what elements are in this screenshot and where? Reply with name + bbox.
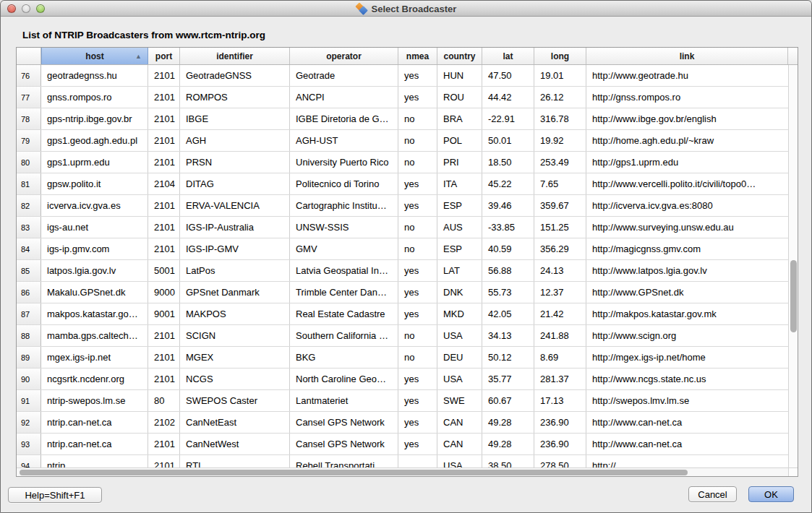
cell-port: 2101 bbox=[148, 152, 180, 173]
cell-host: icverva.icv.gva.es bbox=[41, 195, 148, 216]
table-row[interactable]: 93ntrip.can-net.ca2101CanNetWestCansel G… bbox=[17, 434, 788, 455]
cell-lat: 49.28 bbox=[482, 412, 534, 433]
cell-operator: GMV bbox=[290, 238, 398, 259]
cell-rownum: 83 bbox=[17, 217, 41, 238]
cell-operator: Trimble Center Dan… bbox=[290, 282, 398, 303]
cell-rownum: 89 bbox=[17, 347, 41, 368]
table-row[interactable]: 92ntrip.can-net.ca2102CanNetEastCansel G… bbox=[17, 412, 788, 434]
cancel-button[interactable]: Cancel bbox=[688, 486, 737, 502]
cell-nmea: yes bbox=[398, 434, 437, 454]
table-row[interactable]: 85latpos.lgia.gov.lv5001LatPosLatvia Geo… bbox=[17, 260, 788, 282]
cell-identifier: MGEX bbox=[180, 347, 290, 368]
cell-operator: Southern California … bbox=[290, 325, 398, 346]
table-row[interactable]: 83igs-au.net2101IGS-IP-AustraliaUNSW-SSI… bbox=[17, 217, 788, 238]
cell-port: 80 bbox=[148, 390, 180, 411]
cell-host: mgex.igs-ip.net bbox=[41, 347, 148, 368]
cell-operator: Politecnico di Torino bbox=[290, 173, 398, 194]
cell-lat: 55.73 bbox=[482, 282, 534, 303]
column-header-lat[interactable]: lat bbox=[482, 48, 534, 64]
title-group: Select Broadcaster bbox=[1, 1, 811, 17]
cell-country: PRI bbox=[437, 152, 482, 173]
cell-link: http://magicgnss.gmv.com bbox=[586, 238, 788, 259]
horizontal-scrollbar-thumb[interactable] bbox=[20, 470, 688, 475]
table-row[interactable]: 87makpos.katastar.go…9001MAKPOSReal Esta… bbox=[17, 303, 788, 325]
cell-identifier: SCIGN bbox=[180, 325, 290, 346]
cell-long: 19.92 bbox=[534, 130, 586, 151]
cell-link: http://gnss.rompos.ro bbox=[586, 87, 788, 108]
vertical-scrollbar-thumb[interactable] bbox=[790, 260, 797, 332]
table-row[interactable]: 94ntrip…2101RTI…Rebell Transportati…USA3… bbox=[17, 455, 788, 467]
table-row[interactable]: 88mamba.gps.caltech…2101SCIGNSouthern Ca… bbox=[17, 325, 788, 347]
cell-lat: 35.77 bbox=[482, 368, 534, 389]
column-header-link[interactable]: link bbox=[586, 48, 788, 64]
cell-operator: AGH-UST bbox=[290, 130, 398, 151]
table-row[interactable]: 84igs-ip.gmv.com2101IGS-IP-GMVGMVnoESP40… bbox=[17, 238, 788, 260]
horizontal-scrollbar[interactable] bbox=[17, 467, 788, 476]
cell-host: igs-au.net bbox=[41, 217, 148, 238]
cell-operator: UNSW-SSIS bbox=[290, 217, 398, 238]
cell-operator: Lantmateriet bbox=[290, 390, 398, 411]
cell-port: 2101 bbox=[148, 87, 180, 108]
column-header-identifier[interactable]: identifier bbox=[180, 48, 290, 64]
column-header-host[interactable]: host▲ bbox=[41, 48, 148, 64]
cell-nmea: yes bbox=[398, 260, 437, 281]
table-row[interactable]: 77gnss.rompos.ro2101ROMPOSANCPIyesROU44.… bbox=[17, 87, 788, 108]
cell-rownum: 94 bbox=[17, 455, 41, 467]
column-header-country[interactable]: country bbox=[437, 48, 482, 64]
column-header-port[interactable]: port bbox=[148, 48, 180, 64]
cell-link: http://www.geotrade.hu bbox=[586, 65, 788, 86]
cell-operator: IGBE Diretoria de G… bbox=[290, 108, 398, 129]
cell-nmea: yes bbox=[398, 173, 437, 194]
table-row[interactable]: 82icverva.icv.gva.es2101ERVA-VALENCIACar… bbox=[17, 195, 788, 217]
cell-port: 9000 bbox=[148, 282, 180, 303]
cell-rownum: 78 bbox=[17, 108, 41, 129]
cell-long: 7.65 bbox=[534, 173, 586, 194]
cell-host: gpsw.polito.it bbox=[41, 173, 148, 194]
cell-identifier: DITAG bbox=[180, 173, 290, 194]
cell-long: 281.37 bbox=[534, 368, 586, 389]
cell-port: 2101 bbox=[148, 108, 180, 129]
cell-nmea: no bbox=[398, 108, 437, 129]
cell-long: 278.50 bbox=[534, 455, 586, 467]
title-bar[interactable]: Select Broadcaster bbox=[1, 1, 811, 17]
cell-country: USA bbox=[437, 455, 482, 467]
cell-lat: 60.67 bbox=[482, 390, 534, 411]
cell-port: 2101 bbox=[148, 368, 180, 389]
cell-nmea: yes bbox=[398, 282, 437, 303]
table-row[interactable]: 76geotradegnss.hu2101GeotradeGNSSGeotrad… bbox=[17, 65, 788, 87]
cell-lat: 40.59 bbox=[482, 238, 534, 259]
cell-nmea: no bbox=[398, 130, 437, 151]
cell-operator: Cansel GPS Network bbox=[290, 412, 398, 433]
cell-country: USA bbox=[437, 368, 482, 389]
cell-country: LAT bbox=[437, 260, 482, 281]
table-row[interactable]: 81gpsw.polito.it2104DITAGPolitecnico di … bbox=[17, 173, 788, 195]
cell-host: igs-ip.gmv.com bbox=[41, 238, 148, 259]
cell-lat: 49.28 bbox=[482, 434, 534, 454]
cell-identifier: NCGS bbox=[180, 368, 290, 389]
cell-lat: 50.12 bbox=[482, 347, 534, 368]
cell-identifier: IBGE bbox=[180, 108, 290, 129]
table-row[interactable]: 89mgex.igs-ip.net2101MGEXBKGnoDEU50.128.… bbox=[17, 347, 788, 368]
cell-long: 359.67 bbox=[534, 195, 586, 216]
table-row[interactable]: 91ntrip-swepos.lm.se80SWEPOS CasterLantm… bbox=[17, 390, 788, 412]
column-header-num[interactable] bbox=[17, 48, 41, 64]
column-header-operator[interactable]: operator bbox=[290, 48, 398, 64]
cell-rownum: 93 bbox=[17, 434, 41, 454]
cell-host: makpos.katastar.go… bbox=[41, 303, 148, 324]
table-row[interactable]: 80gps1.uprm.edu2101PRSNUniversity Puerto… bbox=[17, 152, 788, 173]
table-row[interactable]: 78gps-ntrip.ibge.gov.br2101IBGEIGBE Dire… bbox=[17, 108, 788, 130]
help-button[interactable]: Help=Shift+F1 bbox=[8, 487, 102, 503]
column-header-long[interactable]: long bbox=[534, 48, 586, 64]
cell-rownum: 81 bbox=[17, 173, 41, 194]
vertical-scrollbar[interactable] bbox=[788, 65, 798, 467]
cell-link: http://icverva.icv.gva.es:8080 bbox=[586, 195, 788, 216]
cell-identifier: MAKPOS bbox=[180, 303, 290, 324]
ok-button[interactable]: OK bbox=[748, 486, 794, 502]
table-row[interactable]: 86Makalu.GPSnet.dk9000GPSnet DanmarkTrim… bbox=[17, 282, 788, 303]
cell-long: 12.37 bbox=[534, 282, 586, 303]
table-row[interactable]: 90ncgsrtk.ncdenr.org2101NCGSNorth Caroli… bbox=[17, 368, 788, 390]
cell-operator: University Puerto Rico bbox=[290, 152, 398, 173]
column-header-nmea[interactable]: nmea bbox=[398, 48, 437, 64]
table-row[interactable]: 79gps1.geod.agh.edu.pl2101AGHAGH-USTnoPO… bbox=[17, 130, 788, 152]
cell-nmea bbox=[398, 455, 437, 467]
